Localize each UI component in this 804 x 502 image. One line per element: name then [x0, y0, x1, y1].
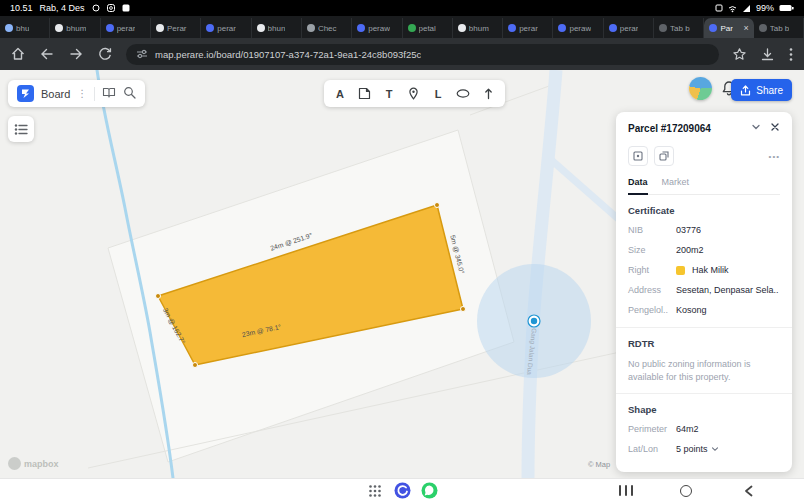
- browser-tab[interactable]: bhum: [453, 18, 503, 38]
- browser-tab[interactable]: bhum: [50, 18, 100, 38]
- browser-tab[interactable]: perar: [101, 18, 151, 38]
- home-button[interactable]: [680, 485, 692, 497]
- tab-favicon: [659, 24, 667, 32]
- browser-tab[interactable]: petal: [403, 18, 453, 38]
- map-attribution: © Map: [588, 460, 610, 469]
- detail-row: Perimeter64m2: [628, 424, 780, 434]
- whatsapp-app-icon[interactable]: [421, 482, 438, 499]
- home-icon[interactable]: [10, 46, 26, 62]
- share-icon: [740, 85, 751, 96]
- bookmark-star-icon[interactable]: [732, 47, 747, 62]
- recents-button[interactable]: [619, 485, 633, 496]
- legend-button[interactable]: [8, 116, 34, 142]
- board-kebab-icon[interactable]: ⋮: [77, 88, 87, 99]
- browser-tab[interactable]: Chec: [302, 18, 352, 38]
- rdtr-text: No public zoning information is availabl…: [628, 358, 780, 383]
- browser-tab[interactable]: Tab b: [654, 18, 704, 38]
- notification-icon: [92, 4, 100, 12]
- browser-tab-active[interactable]: Par×: [704, 18, 753, 38]
- download-icon[interactable]: [760, 47, 775, 62]
- tab-favicon: [257, 24, 265, 32]
- line-tool[interactable]: L: [432, 88, 444, 100]
- tab-favicon: [709, 24, 717, 32]
- browser-app-icon[interactable]: [394, 482, 411, 499]
- focus-parcel-button[interactable]: [628, 146, 648, 166]
- android-nav-bar: [0, 478, 804, 502]
- collapse-chevron-icon[interactable]: [751, 122, 761, 134]
- tab-favicon: [55, 24, 63, 32]
- chevron-down-icon[interactable]: [711, 445, 719, 453]
- edit-shape-button[interactable]: [654, 146, 674, 166]
- tab-favicon: [156, 24, 164, 32]
- forward-icon[interactable]: [68, 46, 84, 62]
- browser-tab[interactable]: bhun: [252, 18, 302, 38]
- tab-favicon: [106, 24, 114, 32]
- parcel-vertex[interactable]: [156, 294, 161, 299]
- signal-icon: [742, 4, 751, 13]
- panel-more-icon[interactable]: •••: [769, 152, 780, 161]
- android-status-bar: 10.51 Rab, 4 Des 99%: [0, 0, 804, 16]
- legend-icon: [14, 123, 28, 136]
- browser-tab[interactable]: bhu: [0, 18, 50, 38]
- tab-close-icon[interactable]: ×: [743, 23, 748, 33]
- mapbox-logo: mapbox: [8, 457, 59, 470]
- avatar[interactable]: [689, 77, 712, 100]
- board-menu[interactable]: Board: [41, 88, 70, 100]
- tab-favicon: [458, 24, 466, 32]
- wifi-icon: [728, 4, 737, 13]
- detail-row: Address Sesetan, Denpasar Sela..: [628, 285, 780, 295]
- app-drawer-icon[interactable]: [368, 484, 382, 498]
- close-icon[interactable]: [770, 122, 780, 134]
- text-tool[interactable]: T: [383, 88, 395, 100]
- location-marker-dot[interactable]: [531, 318, 537, 324]
- detail-row: Right Hak Milik: [628, 265, 780, 275]
- status-time: 10.51: [10, 3, 33, 13]
- browser-tab[interactable]: perar: [604, 18, 654, 38]
- browser-tab[interactable]: Tab b: [754, 18, 804, 38]
- share-label: Share: [756, 85, 783, 96]
- perare-logo-icon[interactable]: [17, 85, 34, 102]
- hak-milik-swatch: [676, 266, 685, 275]
- note-tool-icon[interactable]: [358, 87, 371, 100]
- browser-tab[interactable]: perar: [201, 18, 251, 38]
- latlon-value[interactable]: 5 points: [676, 444, 719, 454]
- back-icon[interactable]: [39, 46, 55, 62]
- parcel-vertex[interactable]: [193, 363, 198, 368]
- tab-market[interactable]: Market: [662, 177, 690, 194]
- url-bar[interactable]: map.perare.io/board/01907107-a374-72a1-9…: [126, 44, 719, 65]
- status-date: Rab, 4 Des: [40, 3, 85, 13]
- browser-tab[interactable]: perar: [503, 18, 553, 38]
- search-icon[interactable]: [123, 85, 136, 103]
- browser-tab[interactable]: Perar: [151, 18, 201, 38]
- tab-favicon: [357, 24, 365, 32]
- tab-data[interactable]: Data: [628, 177, 648, 195]
- pin-tool-icon[interactable]: [407, 87, 420, 100]
- address-value[interactable]: Sesetan, Denpasar Sela..: [676, 285, 780, 295]
- section-title: Shape: [628, 404, 780, 415]
- label-tool[interactable]: A: [334, 88, 346, 100]
- section-title: RDTR: [628, 338, 780, 349]
- battery-percent: 99%: [756, 3, 774, 13]
- tab-favicon: [307, 24, 315, 32]
- reload-icon[interactable]: [97, 46, 113, 62]
- parcel-vertex[interactable]: [461, 307, 466, 312]
- parcel-vertex[interactable]: [435, 203, 440, 208]
- browser-tab[interactable]: peraw: [553, 18, 603, 38]
- menu-kebab-icon[interactable]: [788, 47, 794, 62]
- browser-tab[interactable]: peraw: [352, 18, 402, 38]
- section-title: Certificate: [628, 205, 780, 216]
- board-pill: Board ⋮: [8, 80, 145, 107]
- share-button[interactable]: Share: [731, 79, 792, 101]
- tab-favicon: [206, 24, 214, 32]
- site-settings-icon[interactable]: [136, 48, 148, 60]
- tab-favicon: [408, 24, 416, 32]
- parcel-panel-title: Parcel #17209064: [628, 123, 711, 134]
- detail-row: Size200m2: [628, 245, 780, 255]
- back-button[interactable]: [744, 485, 753, 497]
- app-notification-icon: [122, 4, 130, 12]
- browser-tab-strip: bhu bhum perar Perar perar bhun Chec per…: [0, 16, 804, 38]
- notebook-icon[interactable]: [102, 85, 116, 103]
- arrow-tool-icon[interactable]: [482, 87, 495, 100]
- ellipse-tool-icon[interactable]: [456, 88, 470, 99]
- url-text: map.perare.io/board/01907107-a374-72a1-9…: [155, 49, 421, 60]
